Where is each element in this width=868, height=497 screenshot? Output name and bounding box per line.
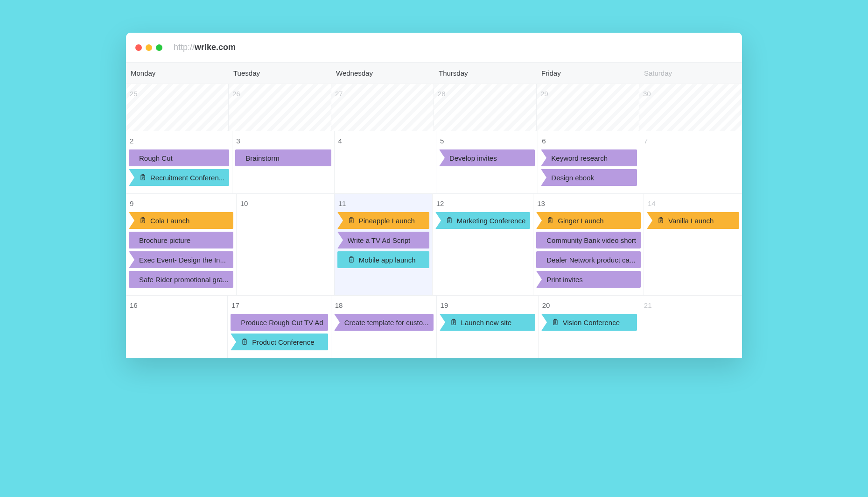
calendar-event[interactable]: Create template for custo... bbox=[334, 314, 434, 331]
calendar-cell[interactable]: 12Marketing Conference bbox=[433, 194, 534, 295]
calendar-cell[interactable]: 30 bbox=[639, 84, 742, 131]
day-number: 19 bbox=[440, 300, 535, 314]
clipboard-icon bbox=[546, 217, 554, 224]
day-number: 16 bbox=[129, 300, 224, 314]
calendar-event[interactable]: Ginger Launch bbox=[536, 212, 641, 229]
calendar-cell[interactable]: 10 bbox=[237, 194, 335, 295]
clipboard-icon bbox=[139, 217, 147, 224]
calendar-event[interactable]: Launch new site bbox=[440, 314, 535, 331]
event-label: Design ebook bbox=[551, 174, 594, 182]
calendar-cell[interactable]: 20Vision Conference bbox=[539, 296, 640, 358]
event-label: Vision Conference bbox=[563, 319, 620, 327]
calendar-event[interactable]: Produce Rough Cut TV Ad bbox=[231, 314, 328, 331]
event-label: Cola Launch bbox=[150, 217, 189, 225]
clipboard-icon bbox=[139, 174, 147, 181]
calendar-event[interactable]: Develop invites bbox=[439, 149, 535, 166]
day-number: 4 bbox=[337, 136, 433, 149]
calendar-day-headers: MondayTuesdayWednesdayThursdayFridaySatu… bbox=[126, 63, 742, 84]
calendar-cell[interactable]: 18Create template for custo... bbox=[331, 296, 437, 358]
day-number: 21 bbox=[643, 300, 739, 314]
calendar-event[interactable]: Write a TV Ad Script bbox=[337, 232, 429, 248]
calendar-cell[interactable]: 13Ginger LaunchCommunity Bank video shor… bbox=[533, 194, 644, 295]
day-number: 13 bbox=[536, 199, 641, 212]
event-label: Vanilla Launch bbox=[668, 217, 714, 225]
clipboard-icon bbox=[450, 319, 457, 326]
event-label: Produce Rough Cut TV Ad bbox=[241, 319, 323, 327]
url-prefix: http:// bbox=[174, 43, 195, 52]
calendar-cell[interactable]: 19Launch new site bbox=[437, 296, 539, 358]
calendar-cell[interactable]: 26 bbox=[229, 84, 331, 131]
calendar-cell[interactable]: 14Vanilla Launch bbox=[644, 194, 742, 295]
calendar-event[interactable]: Safe Rider promotional gra... bbox=[129, 271, 233, 288]
day-header-thursday: Thursday bbox=[434, 63, 537, 84]
day-header-wednesday: Wednesday bbox=[331, 63, 434, 84]
event-label: Community Bank video short bbox=[546, 236, 636, 244]
calendar-cell[interactable]: 21 bbox=[640, 296, 742, 358]
day-number: 25 bbox=[129, 89, 225, 102]
calendar-cell[interactable]: 7 bbox=[640, 131, 742, 193]
event-label: Safe Rider promotional gra... bbox=[139, 276, 229, 284]
calendar-week: 1617Produce Rough Cut TV AdProduct Confe… bbox=[126, 296, 742, 358]
event-label: Rough Cut bbox=[139, 154, 173, 162]
calendar-event[interactable]: Brochure picture bbox=[129, 232, 233, 248]
event-label: Brainstorm bbox=[245, 154, 280, 162]
calendar-cell[interactable]: 11Pineapple LaunchWrite a TV Ad ScriptMo… bbox=[335, 194, 433, 295]
calendar-cell[interactable]: 17Produce Rough Cut TV AdProduct Confere… bbox=[228, 296, 331, 358]
clipboard-icon bbox=[552, 319, 559, 326]
calendar-event[interactable]: Exec Event- Design the In... bbox=[129, 251, 233, 268]
calendar-event[interactable]: Dealer Network product ca... bbox=[536, 251, 641, 268]
calendar-cell[interactable]: 4 bbox=[335, 131, 436, 193]
event-label: Create template for custo... bbox=[344, 319, 429, 327]
event-label: Dealer Network product ca... bbox=[546, 256, 635, 264]
calendar-cell[interactable]: 28 bbox=[434, 84, 537, 131]
calendar-week: 2Rough CutRecruitment Conferen...3Brains… bbox=[126, 131, 742, 194]
day-number: 28 bbox=[437, 89, 533, 102]
browser-window: http://wrike.com MondayTuesdayWednesdayT… bbox=[126, 33, 742, 358]
day-number: 5 bbox=[439, 136, 535, 149]
event-label: Develop invites bbox=[449, 154, 497, 162]
calendar-cell[interactable]: 29 bbox=[537, 84, 639, 131]
calendar-event[interactable]: Keyword research bbox=[541, 149, 637, 166]
calendar-event[interactable]: Mobile app launch bbox=[337, 251, 429, 268]
calendar-cell[interactable]: 9Cola LaunchBrochure pictureExec Event- … bbox=[126, 194, 237, 295]
browser-titlebar: http://wrike.com bbox=[126, 33, 742, 63]
calendar-cell[interactable]: 2Rough CutRecruitment Conferen... bbox=[126, 131, 232, 193]
event-label: Product Conference bbox=[252, 338, 314, 346]
calendar-cell[interactable]: 16 bbox=[126, 296, 228, 358]
day-number: 14 bbox=[647, 199, 739, 212]
calendar-event[interactable]: Vanilla Launch bbox=[647, 212, 739, 229]
calendar-event[interactable]: Marketing Conference bbox=[435, 212, 531, 229]
calendar-event[interactable]: Pineapple Launch bbox=[337, 212, 429, 229]
event-label: Brochure picture bbox=[139, 236, 190, 244]
calendar-cell[interactable]: 27 bbox=[331, 84, 434, 131]
event-label: Mobile app launch bbox=[359, 256, 416, 264]
calendar-cell[interactable]: 5Develop invites bbox=[436, 131, 538, 193]
day-number: 17 bbox=[231, 300, 328, 314]
calendar-event[interactable]: Cola Launch bbox=[129, 212, 233, 229]
day-number: 27 bbox=[334, 89, 431, 102]
calendar-cell[interactable]: 6Keyword researchDesign ebook bbox=[538, 131, 640, 193]
calendar-event[interactable]: Recruitment Conferen... bbox=[129, 169, 229, 186]
close-icon[interactable] bbox=[135, 44, 142, 51]
event-label: Pineapple Launch bbox=[359, 217, 415, 225]
calendar-event[interactable]: Print invites bbox=[536, 271, 641, 288]
address-bar[interactable]: http://wrike.com bbox=[174, 43, 236, 52]
calendar-event[interactable]: Product Conference bbox=[231, 334, 328, 350]
day-header-friday: Friday bbox=[537, 63, 639, 84]
maximize-icon[interactable] bbox=[156, 44, 162, 51]
event-label: Marketing Conference bbox=[457, 217, 526, 225]
calendar-event[interactable]: Community Bank video short bbox=[536, 232, 641, 248]
calendar-week: 9Cola LaunchBrochure pictureExec Event- … bbox=[126, 194, 742, 296]
calendar-event[interactable]: Rough Cut bbox=[129, 149, 229, 166]
day-number: 3 bbox=[235, 136, 331, 149]
minimize-icon[interactable] bbox=[146, 44, 152, 51]
calendar-event[interactable]: Vision Conference bbox=[541, 314, 637, 331]
clipboard-icon bbox=[241, 338, 248, 346]
calendar-event[interactable]: Brainstorm bbox=[235, 149, 331, 166]
day-header-saturday: Saturday bbox=[639, 63, 742, 84]
calendar-cell[interactable]: 25 bbox=[126, 84, 229, 131]
event-label: Write a TV Ad Script bbox=[348, 236, 411, 244]
day-header-monday: Monday bbox=[126, 63, 229, 84]
calendar-cell[interactable]: 3Brainstorm bbox=[232, 131, 334, 193]
calendar-event[interactable]: Design ebook bbox=[541, 169, 637, 186]
